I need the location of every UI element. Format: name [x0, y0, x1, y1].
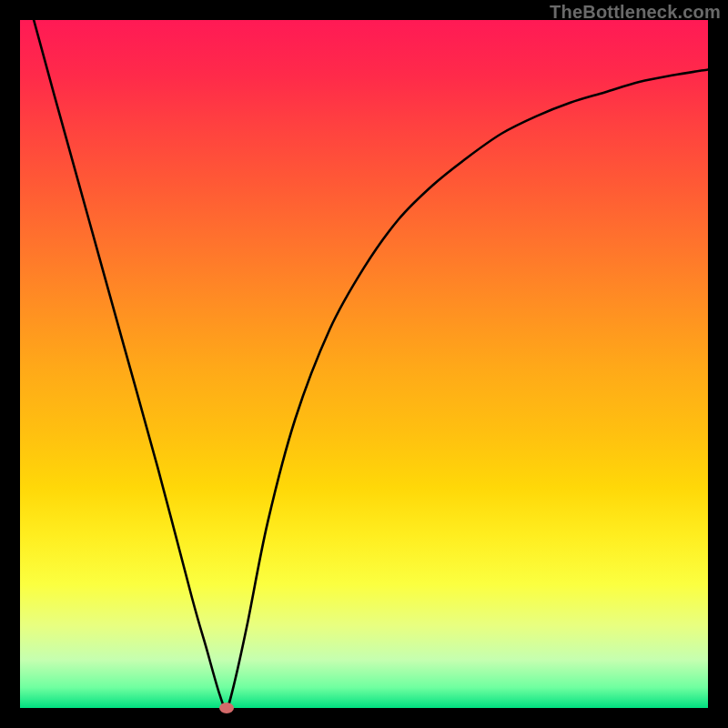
- curve-svg: [20, 20, 708, 708]
- chart-frame: TheBottleneck.com: [0, 0, 728, 728]
- bottleneck-curve: [34, 20, 708, 708]
- plot-area: [20, 20, 708, 708]
- watermark-text: TheBottleneck.com: [550, 2, 721, 23]
- minimum-marker-icon: [219, 703, 234, 713]
